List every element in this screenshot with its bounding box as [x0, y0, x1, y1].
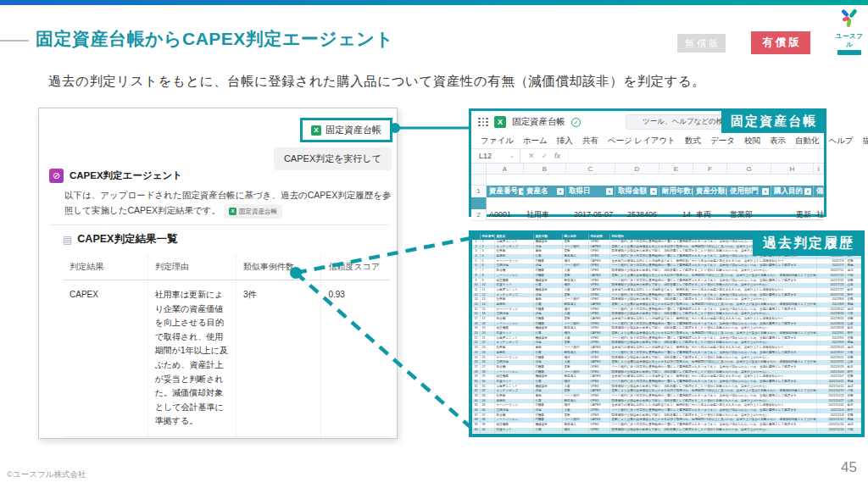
excel-cell[interactable]: 営業部 [727, 209, 771, 220]
column-letter[interactable]: C [566, 164, 615, 175]
inline-chip-label: 固定資産台帳 [239, 206, 277, 217]
logo-pinwheel-icon [838, 7, 860, 29]
footer-copyright: ©ユースフル株式会社 [7, 469, 86, 480]
inline-attachment-chip[interactable]: X固定資産台帳 [224, 204, 282, 219]
excel-header-text: 取得日 [569, 186, 591, 197]
filter-icon[interactable]: ▼ [762, 188, 769, 195]
row-number[interactable]: 2 [471, 209, 487, 221]
excel-header-text: 耐用年数 [662, 186, 691, 197]
history-row: 4040応接セット什器増設OPEX取得価額が少額資産の基準を下回り、消耗品費とし… [472, 428, 861, 433]
agent-description: 以下は、アップロードされた固定資産台帳に基づき、過去のCAPEX判定履歴を参照し… [64, 187, 393, 219]
excel-menu-item[interactable]: 描画 [863, 136, 868, 147]
page-title: 固定資産台帳からCAPEX判定エージェント [36, 27, 393, 51]
filter-icon[interactable]: ▼ [650, 188, 657, 195]
excel-header-text: 取得金額 [618, 186, 647, 197]
excel-menu-item[interactable]: 校閲 [744, 136, 760, 147]
excel-header-cell: 資産名▼ [524, 186, 566, 197]
excel-menu-item[interactable]: 表示 [770, 136, 786, 147]
attachment-chip-label: 固定資産台帳 [326, 124, 381, 136]
column-letter[interactable]: H [771, 164, 814, 175]
excel-menu-item[interactable]: データ [710, 136, 735, 147]
cell-name-box[interactable]: L12 ⌄ [471, 149, 520, 163]
history-row-number: 40 [472, 428, 481, 433]
paid-version-badge[interactable]: 有償版 [751, 31, 810, 54]
confidence-cell: 0.88 [321, 436, 390, 439]
history-header-cell: 判定結果 [589, 234, 610, 240]
excel-header-cell: 購入目的▼ [771, 186, 814, 197]
excel-app-icon: X [494, 116, 506, 128]
excel-file-icon: X [311, 125, 321, 136]
excel-header-cell: 取得日▼ [566, 186, 615, 197]
workbook-name[interactable]: 固定資産台帳 [512, 116, 565, 128]
free-version-badge[interactable]: 無償版 [677, 34, 726, 53]
company-logo: ユースフル [833, 7, 865, 55]
excel-cell[interactable]: 更新 [771, 209, 814, 220]
excel-cell[interactable]: A0001 [487, 209, 524, 220]
waffle-icon[interactable] [478, 118, 488, 127]
history-panel-label: 過去判定履歴 [753, 230, 865, 256]
history-cell: 2022/11/20 [817, 428, 846, 433]
excel-cell[interactable]: 車両 [693, 209, 727, 220]
column-letter[interactable]: B [524, 164, 566, 175]
fixed-asset-ledger-screenshot-panel: 固定資産台帳 X 固定資産台帳 ✓ ツール、ヘルプなどの検索 (Alt + Q)… [469, 108, 826, 217]
row-number[interactable]: 1 [471, 186, 487, 197]
excel-cell[interactable]: 社内移管 [814, 209, 824, 220]
filter-icon[interactable]: ▼ [557, 188, 564, 195]
excel-file-icon: X [229, 208, 236, 215]
excel-menu-item[interactable]: 自動化 [795, 136, 820, 147]
excel-menu-row: ファイルホーム挿入共有ページ レイアウト数式データ校閲表示自動化ヘルプ描画 [471, 133, 824, 149]
user-message-bubble: CAPEX判定を実行して [274, 147, 392, 170]
divider [49, 225, 388, 225]
excel-cell[interactable]: 14 [659, 209, 693, 220]
history-cell: 応接セット [495, 428, 534, 433]
excel-cell[interactable]: 2538406 [615, 209, 659, 220]
attachment-chip-highlight[interactable]: X 固定資産台帳 [300, 118, 392, 142]
top-accent-bar [0, 0, 868, 5]
excel-panel-label: 固定資産台帳 [721, 108, 826, 133]
enter-icon[interactable]: ✓ [542, 152, 548, 160]
column-letter[interactable]: E [659, 164, 693, 175]
logo-text: ユースフル [833, 32, 865, 49]
excel-header-cell: 取得金額▼ [615, 186, 659, 197]
history-corner [472, 234, 481, 240]
reason-cell: 社用車は更新により企業の資産価値を向上させる目的で取得され、使用期間が1年以上に… [147, 280, 236, 437]
cancel-icon[interactable]: ✕ [528, 152, 535, 160]
excel-header-filler [471, 197, 487, 209]
excel-menu-item[interactable]: 数式 [685, 136, 701, 147]
excel-header-text: 資産名 [526, 186, 548, 197]
logo-badge [837, 50, 861, 55]
column-letter[interactable]: G [727, 164, 771, 175]
formula-bar-icons: ✕ ✓ fx [520, 149, 569, 163]
filter-icon[interactable]: ▼ [804, 188, 811, 195]
column-letter[interactable]: F [693, 164, 727, 175]
column-letter[interactable]: A [487, 164, 524, 175]
history-cell: 什器 [534, 428, 563, 433]
column-letter[interactable]: D [615, 164, 659, 175]
excel-menu-item[interactable]: ホーム [523, 136, 548, 147]
excel-menu-item[interactable]: 共有 [582, 136, 598, 147]
excel-menu-item[interactable]: ページ レイアウト [608, 136, 676, 147]
excel-column-letters: ABCDEFGHI [471, 164, 824, 186]
table-row: CAPEX 社用車は更新により企業の資産価値を向上させる目的で取得され、使用期間… [63, 280, 390, 437]
excel-cell[interactable]: 2017-05-07 [566, 209, 615, 220]
reason-col-header: 判定理由 [147, 254, 236, 280]
excel-header-text: 備考 [816, 186, 824, 197]
column-letter[interactable]: I [814, 164, 824, 175]
excel-header-cell: 資産分類▼ [693, 186, 727, 197]
result-section-heading: ▤ CAPEX判定結果一覧 [63, 232, 177, 247]
excel-menu-item[interactable]: 挿入 [557, 136, 573, 147]
excel-menu-item[interactable]: ヘルプ [829, 136, 854, 147]
history-table-body: 判定番号資産名資産分類購入目的判定結果判定理由判定日判定者11冷蔵庫ユニット機械… [472, 234, 861, 433]
result-col-header: 判定結果 [63, 254, 147, 280]
table-row: OPEX 空調設備はリース契約に伴う日常的な運用維持の一環として費用処理されるべ… [63, 436, 390, 439]
confidence-cell: 0.93 [321, 280, 390, 437]
excel-header-cell: 資産番号▼ [487, 186, 524, 197]
excel-menu-item[interactable]: ファイル [481, 136, 514, 147]
result-section-title: CAPEX判定結果一覧 [77, 232, 177, 247]
function-icon[interactable]: fx [554, 152, 560, 160]
excel-cell[interactable]: 社用車 [524, 209, 566, 220]
page-number: 45 [841, 459, 857, 476]
excel-header-text: 資産番号 [489, 186, 518, 197]
agent-name: CAPEX判定エージェント [70, 169, 182, 182]
filter-icon[interactable]: ▼ [606, 188, 613, 195]
